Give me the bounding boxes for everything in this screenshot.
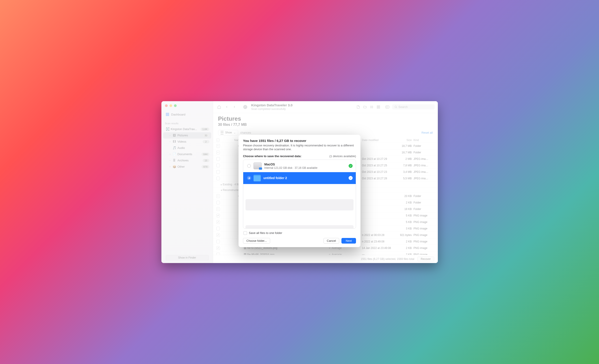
chevron-right-icon: › [169,134,171,136]
close-window-icon[interactable] [165,104,168,107]
svg-rect-7 [379,106,380,107]
status-ok-icon: ✓ [349,176,353,180]
file-kind: PNG image [414,234,434,237]
checkbox-icon[interactable] [243,231,247,235]
file-kind: JPEG ima… [414,157,434,161]
window-controls [161,101,213,109]
table-row[interactable]: 🖼file 96x96_000004.png★Average—2 KBPNG i… [213,251,438,255]
row-checkbox[interactable] [216,253,220,255]
svg-rect-10 [386,106,389,108]
sidebar-source-badge: 1,6K [201,127,209,131]
nav-back-icon[interactable] [224,104,230,110]
row-checkbox[interactable] [216,177,220,180]
row-checkbox[interactable] [216,144,220,148]
row-checkbox[interactable] [216,214,220,217]
file-size: 18 KB [398,208,414,211]
home-icon[interactable] [216,104,222,110]
recover-button[interactable]: Recover [417,256,434,262]
fullscreen-window-icon[interactable] [174,104,177,107]
chevron-right-icon: › [169,140,171,143]
dashboard-nav[interactable]: Dashboard [164,111,210,118]
radio-unselected-icon[interactable] [247,164,251,168]
sidebar-item-archives[interactable]: › 🗄 Archives 15 [163,157,211,164]
sidebar-item-other[interactable]: › 📦 Other 878 [163,164,211,170]
show-filter-button[interactable]: Show ⌄ [218,130,238,135]
choose-folder-button[interactable]: Choose folder... [243,238,270,244]
minimize-window-icon[interactable] [169,104,172,107]
row-checkbox[interactable] [216,151,220,154]
dialog-description: Please choose recovery destination. It i… [243,144,356,151]
row-checkbox[interactable] [216,220,220,224]
choose-label: Choose where to save the recovered data: [243,154,301,158]
sidebar-item-label: Pictures [177,134,201,137]
sidebar-item-label: Archives [177,159,201,162]
row-checkbox[interactable] [216,194,220,198]
recovery-destination-dialog: You have 1551 files / 6,27 GB to recover… [238,135,361,247]
sidebar-item-label: Audio [177,146,209,150]
col-modified[interactable]: Date modified [362,139,398,142]
toolbar: ✓ Kingston DataTraveler 3.0 Scan complet… [213,101,438,113]
row-checkbox[interactable] [216,207,220,211]
file-kind: JPEG ima… [414,177,434,180]
scan-results-heading: Scan results [161,119,213,126]
sidebar-item-pictures[interactable]: › 🖼 Pictures 30 [163,132,211,139]
folder-view-icon[interactable] [362,104,368,110]
chevron-down-icon: ⌄ [234,131,236,134]
file-kind: Folder [414,195,434,198]
file-size: 2 KB [398,201,414,204]
row-checkbox[interactable] [216,233,220,237]
sidebar-toggle-icon[interactable] [384,104,390,110]
col-kind[interactable]: Kind [414,139,434,142]
svg-point-5 [370,108,370,108]
file-size: 3,4 MB [398,170,414,173]
row-checkbox[interactable] [216,227,220,230]
svg-rect-9 [379,107,380,108]
save-to-one-folder-checkbox[interactable]: Save all files to one folder [243,231,356,235]
grid-view-icon[interactable] [376,104,381,110]
list-view-icon[interactable] [369,104,375,110]
chevron-right-icon: › [169,159,171,162]
search-placeholder: Search [399,105,408,109]
archives-icon: 🗄 [173,159,176,162]
show-in-finder-button[interactable]: Show in Finder [166,255,209,260]
folder-icon [254,175,261,181]
date-modified: Oct 2023 at 10:27:25 [362,164,398,167]
file-kind: Folder [414,208,434,211]
file-kind: PNG image [414,214,434,217]
row-checkbox[interactable] [216,201,220,204]
svg-point-4 [370,107,370,107]
sidebar-item-documents[interactable]: › 📄 Documents 644 [163,151,211,157]
dashboard-icon [166,113,169,116]
next-button[interactable]: Next [341,238,356,244]
cancel-button[interactable]: Cancel [324,238,339,244]
radio-selected-icon[interactable] [247,176,251,180]
date-modified: Oct 2023 at 10:27:28 [362,177,398,180]
row-checkbox[interactable] [216,157,220,161]
destination-macos[interactable]: MacOS Internal 121,02 GB disk · 37,16 GB… [243,160,356,172]
row-checkbox[interactable] [216,164,220,167]
sidebar-item-audio[interactable]: 🎵 Audio [163,145,211,151]
row-checkbox[interactable] [216,170,220,174]
sidebar-item-videos[interactable]: › 🎞 Videos 2 [163,139,211,145]
file-size: 18,7 MB [398,151,414,154]
destination-subtitle: Internal 121,02 GB disk · 37,16 GB avail… [264,166,346,169]
file-kind: JPEG ima… [414,170,434,173]
destination-folder[interactable]: untitled folder 2 ✓ [243,172,356,184]
chevron-right-icon: › [169,153,171,155]
sidebar-source-device[interactable]: 💽 Kingston DataTrav... 1,6K [163,126,211,132]
row-checkbox[interactable] [216,240,220,243]
chevron-right-icon: › [169,165,171,168]
file-kind: PNG image [414,253,434,255]
reset-all-link[interactable]: Reset all [422,131,433,134]
file-view-icon[interactable] [355,104,361,110]
search-input[interactable]: Search [392,104,435,110]
col-size[interactable]: Size [398,139,414,142]
nav-forward-icon[interactable] [232,104,238,110]
file-size: 2 KB [398,246,414,250]
destination-placeholder [246,199,353,211]
row-checkbox[interactable] [216,246,220,250]
page-title: Pictures [218,115,433,122]
destination-list: MacOS Internal 121,02 GB disk · 37,16 GB… [243,160,356,229]
date-modified: 14 Jan 2022 at 23:49:08 [362,246,398,250]
file-size: 921 bytes [398,234,414,237]
